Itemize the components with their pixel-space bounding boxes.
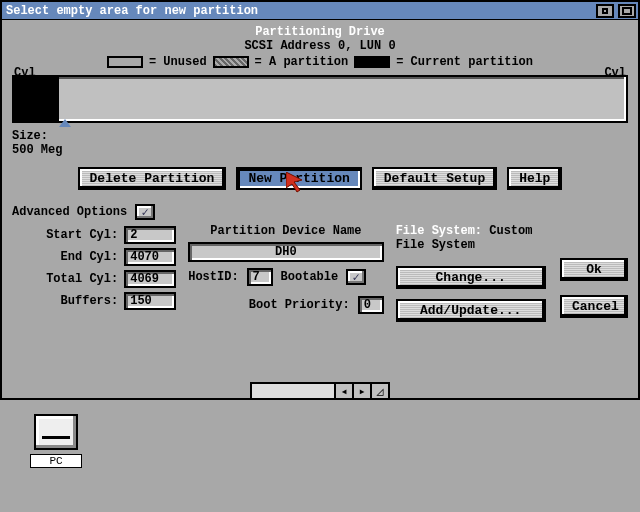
legend-unused: = Unused: [149, 55, 207, 69]
size-value: 500 Meg: [12, 143, 62, 157]
advanced-options-label: Advanced Options: [12, 205, 127, 219]
scroll-right-icon[interactable]: ▸: [352, 384, 370, 398]
swatch-current-icon: [354, 56, 390, 68]
new-partition-button[interactable]: New Partition: [236, 167, 361, 190]
current-partition-region[interactable]: [14, 77, 59, 121]
cancel-button[interactable]: Cancel: [560, 295, 628, 318]
fs-label: File System:: [396, 224, 482, 238]
horizontal-scrollbar[interactable]: ◂ ▸ ◿: [250, 382, 390, 400]
scrollbar-track[interactable]: [252, 384, 334, 398]
end-cyl-label: End Cyl:: [61, 250, 119, 264]
total-cyl-input[interactable]: [124, 270, 176, 288]
partitioning-window: Select empty area for new partition Part…: [0, 0, 640, 400]
device-name-label: Partition Device Name: [188, 224, 383, 238]
boot-priority-label: Boot Priority:: [249, 298, 350, 312]
device-name-input[interactable]: DH0: [188, 242, 383, 262]
window-title: Select empty area for new partition: [4, 4, 258, 18]
pc-drive-icon[interactable]: PC: [30, 414, 82, 468]
start-cyl-label: Start Cyl:: [46, 228, 118, 242]
legend-current: = Current partition: [396, 55, 533, 69]
buffers-input[interactable]: [124, 292, 176, 310]
size-label: Size:: [12, 129, 48, 143]
advanced-options-checkbox[interactable]: ✓: [135, 204, 155, 220]
subheading: SCSI Address 0, LUN 0: [12, 39, 628, 53]
scroll-left-icon[interactable]: ◂: [334, 384, 352, 398]
drive-icon: [34, 414, 78, 450]
delete-partition-button[interactable]: Delete Partition: [78, 167, 227, 190]
partition-boundary-marker[interactable]: [59, 119, 71, 127]
bootable-label: Bootable: [281, 270, 339, 284]
legend-a-partition: = A partition: [255, 55, 349, 69]
help-button[interactable]: Help: [507, 167, 562, 190]
bootable-checkbox[interactable]: ✓: [346, 269, 366, 285]
end-cyl-input[interactable]: [124, 248, 176, 266]
total-cyl-label: Total Cyl:: [46, 272, 118, 286]
heading: Partitioning Drive: [12, 26, 628, 39]
boot-priority-input[interactable]: [358, 296, 384, 314]
add-update-fs-button[interactable]: Add/Update...: [396, 299, 546, 322]
ok-button[interactable]: Ok: [560, 258, 628, 281]
default-setup-button[interactable]: Default Setup: [372, 167, 497, 190]
buffers-label: Buffers:: [61, 294, 119, 308]
hostid-input[interactable]: [247, 268, 273, 286]
start-cyl-input[interactable]: [124, 226, 176, 244]
hostid-label: HostID:: [188, 270, 238, 284]
swatch-partition-icon: [213, 56, 249, 68]
zoom-gadget[interactable]: [596, 4, 614, 18]
size-gadget-icon[interactable]: ◿: [370, 384, 388, 398]
titlebar[interactable]: Select empty area for new partition: [2, 2, 638, 20]
change-fs-button[interactable]: Change...: [396, 266, 546, 289]
pc-icon-label: PC: [30, 454, 82, 468]
partition-bar[interactable]: [12, 75, 628, 123]
swatch-unused-icon: [107, 56, 143, 68]
depth-gadget[interactable]: [618, 4, 636, 18]
